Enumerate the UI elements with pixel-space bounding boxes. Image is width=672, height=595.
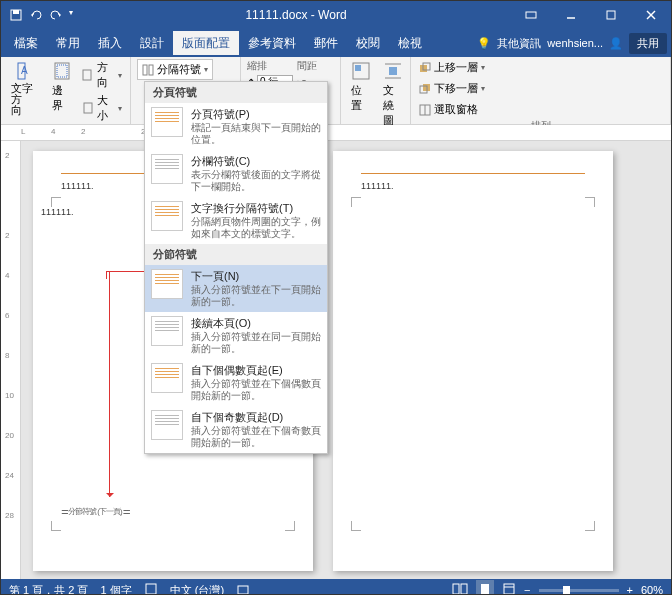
bring-forward-button[interactable]: 上移一層▾	[417, 59, 487, 76]
page-number-status[interactable]: 第 1 頁，共 2 頁	[9, 583, 88, 596]
svg-rect-19	[389, 67, 397, 75]
wrap-text-button[interactable]: 文繞圖	[379, 59, 407, 130]
svg-text:A: A	[21, 65, 28, 76]
selection-pane-button[interactable]: 選取窗格	[417, 101, 480, 118]
tell-me-icon[interactable]: 💡	[477, 37, 491, 50]
user-icon[interactable]: 👤	[609, 37, 623, 50]
page-breaks-header: 分頁符號	[145, 82, 327, 103]
word-count-status[interactable]: 1 個字	[100, 583, 131, 596]
qat-customize-icon[interactable]: ▾	[69, 8, 73, 22]
read-mode-icon[interactable]	[452, 582, 468, 595]
break-option[interactable]: 分欄符號(C)表示分欄符號後面的文字將從下一欄開始。	[145, 150, 327, 197]
page-text: 111111.	[61, 181, 94, 191]
svg-rect-11	[83, 70, 91, 80]
breaks-dropdown: 分頁符號 分頁符號(P)標記一頁結束與下一頁開始的位置。分欄符號(C)表示分欄符…	[144, 81, 328, 454]
svg-rect-1	[13, 10, 19, 14]
page-text: 111111.	[361, 181, 394, 191]
print-layout-icon[interactable]	[476, 580, 494, 595]
size-button[interactable]: 大小▾	[80, 92, 124, 124]
save-icon[interactable]	[9, 8, 23, 22]
zoom-slider[interactable]	[539, 589, 619, 592]
break-option[interactable]: 分頁符號(P)標記一頁結束與下一頁開始的位置。	[145, 103, 327, 150]
svg-rect-10	[57, 65, 67, 77]
macro-icon[interactable]	[236, 582, 250, 595]
margins-button[interactable]: 邊界	[48, 59, 76, 115]
text-direction-button[interactable]: A 文字方 向	[7, 59, 44, 118]
ribbon-display-icon[interactable]	[511, 1, 551, 29]
svg-rect-12	[84, 103, 92, 113]
zoom-level[interactable]: 60%	[641, 584, 663, 595]
user-name[interactable]: wenhsien...	[547, 37, 603, 49]
send-backward-button[interactable]: 下移一層▾	[417, 80, 487, 97]
break-option[interactable]: 文字換行分隔符號(T)分隔網頁物件周圍的文字，例如來自本文的標號文字。	[145, 197, 327, 244]
document-page-2[interactable]: 111111.	[333, 151, 613, 571]
share-button[interactable]: 共用	[629, 33, 667, 54]
annotation-arrow-icon	[109, 271, 110, 497]
section-breaks-header: 分節符號	[145, 244, 327, 265]
tab-設計[interactable]: 設計	[131, 31, 173, 55]
break-option[interactable]: 自下個偶數頁起(E)插入分節符號並在下個偶數頁開始新的一節。	[145, 359, 327, 406]
svg-rect-29	[238, 586, 248, 594]
svg-rect-15	[143, 65, 147, 75]
position-button[interactable]: 位置	[347, 59, 375, 115]
tab-校閱[interactable]: 校閱	[347, 31, 389, 55]
horizontal-ruler[interactable]: L4224681030	[1, 125, 671, 141]
zoom-out-button[interactable]: −	[524, 584, 530, 595]
page-text: 111111.	[41, 207, 74, 217]
minimize-icon[interactable]	[551, 1, 591, 29]
tab-版面配置[interactable]: 版面配置	[173, 31, 239, 55]
orientation-button[interactable]: 方向▾	[80, 59, 124, 91]
svg-rect-4	[607, 11, 615, 19]
svg-rect-18	[355, 65, 361, 71]
breaks-button[interactable]: 分隔符號▾	[137, 59, 213, 80]
vertical-ruler[interactable]: 2246810202428	[1, 141, 21, 579]
tab-常用[interactable]: 常用	[47, 31, 89, 55]
break-option[interactable]: 下一頁(N)插入分節符號並在下一頁開始新的一節。	[145, 265, 327, 312]
undo-icon[interactable]	[29, 8, 43, 22]
maximize-icon[interactable]	[591, 1, 631, 29]
break-option[interactable]: 接續本頁(O)插入分節符號並在同一頁開始新的一節。	[145, 312, 327, 359]
tab-檔案[interactable]: 檔案	[5, 31, 47, 55]
svg-rect-2	[526, 12, 536, 18]
tab-插入[interactable]: 插入	[89, 31, 131, 55]
section-break-marker: :::::::::::::::::::::::::: 分節符號 (下一頁) ::…	[61, 506, 285, 517]
break-option[interactable]: 自下個奇數頁起(D)插入分節符號並在下個奇數頁開始新的一節。	[145, 406, 327, 453]
svg-rect-32	[481, 584, 489, 594]
window-title: 11111.docx - Word	[81, 8, 511, 22]
web-layout-icon[interactable]	[502, 582, 516, 595]
tab-郵件[interactable]: 郵件	[305, 31, 347, 55]
close-icon[interactable]	[631, 1, 671, 29]
zoom-in-button[interactable]: +	[627, 584, 633, 595]
svg-rect-16	[149, 65, 153, 75]
language-status[interactable]: 中文 (台灣)	[170, 583, 224, 596]
svg-rect-28	[146, 584, 156, 594]
svg-rect-31	[461, 584, 467, 594]
svg-rect-33	[504, 584, 514, 594]
svg-rect-30	[453, 584, 459, 594]
tab-檢視[interactable]: 檢視	[389, 31, 431, 55]
spellcheck-icon[interactable]	[144, 582, 158, 595]
tab-參考資料[interactable]: 參考資料	[239, 31, 305, 55]
redo-icon[interactable]	[49, 8, 63, 22]
tell-me[interactable]: 其他資訊	[497, 36, 541, 51]
